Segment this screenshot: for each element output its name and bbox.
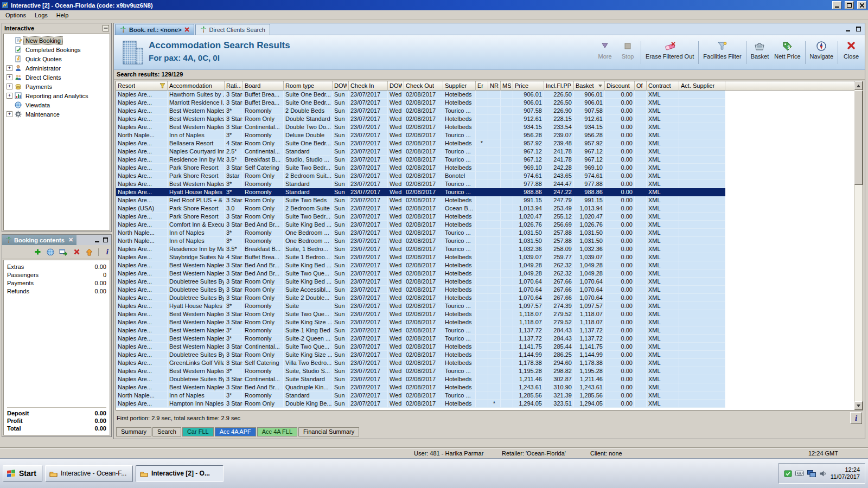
column-header-of[interactable]: Of xyxy=(635,81,647,91)
expand-icon[interactable]: + xyxy=(7,111,12,117)
column-header-dow[interactable]: DOW xyxy=(333,81,349,91)
sort-icon[interactable] xyxy=(598,84,603,88)
taskbar-button-interactive-ocean-f[interactable]: Interactive - Ocean-F... xyxy=(45,465,133,482)
table-row[interactable]: Naples Are...Best Western Naples...3 Sta… xyxy=(116,383,854,391)
sidebar-item-administrator[interactable]: +Administrator xyxy=(4,63,110,73)
booking-item-payments[interactable]: Payments0.00 xyxy=(7,279,106,287)
facilities-filter-button[interactable]: Facilities Filter xyxy=(700,38,744,67)
table-row[interactable]: North Naple...Inn of Naples3*RoomonlyOne… xyxy=(116,229,854,237)
bottom-tab-summary[interactable]: Summary xyxy=(116,427,151,436)
column-header-resort[interactable]: Resort xyxy=(116,81,168,91)
add-button[interactable] xyxy=(34,248,41,256)
header-filter-icon[interactable] xyxy=(159,83,165,88)
bottom-tab-car-fll[interactable]: Car FLL xyxy=(182,427,214,436)
table-row[interactable]: Naples (USA)Park Shore Resort3.0Room Onl… xyxy=(116,204,854,213)
expand-icon[interactable]: + xyxy=(7,84,12,89)
table-row[interactable]: Naples Are...Doubletree Suites By...3 St… xyxy=(116,278,854,286)
vertical-scrollbar[interactable] xyxy=(854,81,863,410)
table-row[interactable]: North Naple...Inn of Naples3*RoomonlySta… xyxy=(116,391,854,400)
tray-display-icon[interactable] xyxy=(807,470,816,477)
column-header-room-type[interactable]: Room type xyxy=(284,81,333,91)
column-header-contract[interactable]: Contract xyxy=(647,81,679,91)
table-row[interactable]: North Naple...Inn of Naples3*RoomonlyDel… xyxy=(116,131,854,139)
tray-lan-icon[interactable] xyxy=(784,470,792,477)
booking-panel-close-button[interactable]: ✕ xyxy=(68,236,73,243)
world-button[interactable] xyxy=(46,248,54,256)
column-header-er[interactable]: Er xyxy=(476,81,488,91)
info-button[interactable]: i xyxy=(104,248,111,256)
close-button[interactable]: Close xyxy=(840,38,863,67)
table-row[interactable]: Naples Are...Residence Inn by Ma...3.5*B… xyxy=(116,156,854,164)
table-row[interactable]: Naples Are...Park Shore Resort3 StarsRoo… xyxy=(116,213,854,221)
table-row[interactable]: Naples Are...Best Western Naples...3*Roo… xyxy=(116,367,854,375)
table-row[interactable]: Naples Are...Best Western Naples...3 Sta… xyxy=(116,318,854,326)
column-header-check-in[interactable]: Check In xyxy=(349,81,388,91)
sidebar-item-new-booking[interactable]: New Booking xyxy=(4,36,110,45)
column-header-price[interactable]: Price xyxy=(513,81,544,91)
booking-item-extras[interactable]: Extras0.00 xyxy=(7,262,106,271)
table-row[interactable]: Naples Are...Staybridge Suites Na...4 St… xyxy=(116,253,854,261)
booking-item-passengers[interactable]: Passengers0 xyxy=(7,271,106,279)
panel-collapse-button[interactable] xyxy=(102,25,109,32)
expand-icon[interactable]: + xyxy=(7,93,12,99)
column-header-dow[interactable]: DOW xyxy=(388,81,404,91)
table-row[interactable]: Naples Are...Park Shore Resort3starRoom … xyxy=(116,172,854,180)
table-row[interactable]: Naples Are...Hawthorn Suites by ...3 Sta… xyxy=(116,91,854,99)
sidebar-item-viewdata[interactable]: Viewdata xyxy=(4,100,110,110)
erase-filtered-out-button[interactable]: Erase Filtered Out xyxy=(643,38,697,67)
minimize-button[interactable] xyxy=(832,1,841,9)
taskbar-button-interactive-2-o[interactable]: Interactive [2] - O... xyxy=(136,465,224,482)
sidebar-item-reporting-and-analytics[interactable]: +Reporting and Analytics xyxy=(4,91,110,100)
info-button[interactable]: i xyxy=(850,412,862,424)
navigate-button[interactable]: Navigate xyxy=(807,38,836,67)
sidebar-item-maintenance[interactable]: +Maintenance xyxy=(4,110,110,119)
table-row[interactable]: Naples Are...Doubletree Suites By...3 St… xyxy=(116,286,854,294)
booking-panel-maximize-button[interactable] xyxy=(102,237,109,243)
table-row[interactable]: Naples Are...Red Roof PLUS + & S...3 Sta… xyxy=(116,196,854,204)
dock-minimize-button[interactable] xyxy=(844,25,852,33)
basket-button[interactable]: Basket xyxy=(748,38,772,67)
column-header-check-out[interactable]: Check Out xyxy=(404,81,443,91)
menu-item-options[interactable]: Options xyxy=(1,11,30,20)
table-row[interactable]: Naples Are...Marriott Residence I...3 St… xyxy=(116,99,854,107)
table-row[interactable]: Naples Are...Best Western Naples...3*Roo… xyxy=(116,335,854,343)
sidebar-item-completed-bookings[interactable]: Completed Bookings xyxy=(4,45,110,54)
close-button[interactable] xyxy=(857,1,866,9)
table-row[interactable]: Naples Are...Best Western Naples...3*Roo… xyxy=(116,180,854,188)
expand-icon[interactable]: + xyxy=(7,74,12,80)
scroll-down-button[interactable] xyxy=(854,401,863,410)
column-header-basket[interactable]: Basket xyxy=(574,81,605,91)
table-row[interactable]: Naples Are...Bellasera Resort4 StarsRoom… xyxy=(116,139,854,147)
more-button[interactable]: More xyxy=(593,38,616,67)
sidebar-item-payments[interactable]: +Payments xyxy=(4,82,110,91)
maximize-button[interactable] xyxy=(845,1,854,9)
tab-close-button[interactable] xyxy=(184,27,189,33)
table-row[interactable]: Naples Are...GreenLinks Golf Villas...3 … xyxy=(116,359,854,367)
expand-icon[interactable]: + xyxy=(7,65,12,71)
start-button[interactable]: Start xyxy=(3,465,42,482)
sidebar-item-direct-clients[interactable]: +Direct Clients xyxy=(4,73,110,82)
tray-keyboard-icon[interactable] xyxy=(795,470,804,477)
column-header-rati[interactable]: Rati... xyxy=(225,81,243,91)
column-header-supplier[interactable]: Supplier xyxy=(443,81,476,91)
table-row[interactable]: Naples Are...Best Western Naples...3*Roo… xyxy=(116,326,854,335)
nett-price-button[interactable]: $Nett Price xyxy=(771,38,803,67)
stop-button[interactable]: Stop xyxy=(616,38,639,67)
table-row[interactable]: Naples Are...Doubletree Suites By...3 St… xyxy=(116,351,854,359)
table-row[interactable]: Naples Are...Best Western Naples...3 Sta… xyxy=(116,115,854,123)
table-row[interactable]: Naples Are...Park Shore Resort3 StarsSel… xyxy=(116,164,854,172)
column-header-act-supplier[interactable]: Act. Supplier xyxy=(679,81,725,91)
table-row[interactable]: North Naple...Inn of Naples3*RoomonlyOne… xyxy=(116,237,854,245)
scroll-thumb[interactable] xyxy=(854,91,863,185)
column-header-board[interactable]: Board xyxy=(243,81,284,91)
table-row[interactable]: Naples Are...Best Western Naples...3 Sta… xyxy=(116,261,854,269)
table-row[interactable]: Naples Are...Residence Inn by Ma...3.5*B… xyxy=(116,245,854,253)
table-row[interactable]: Naples Are...Doubletree Suites By...3 St… xyxy=(116,294,854,302)
menu-item-logs[interactable]: Logs xyxy=(30,11,52,20)
booking-panel-minimize-button[interactable] xyxy=(93,237,100,243)
tab-book-ref-none[interactable]: Book. ref.: <none> xyxy=(115,24,194,35)
bottom-tab-search[interactable]: Search xyxy=(152,427,181,436)
booking-item-refunds[interactable]: Refunds0.00 xyxy=(7,287,106,295)
table-row[interactable]: Naples Are...Naples Courtyard Inn2.5*Con… xyxy=(116,147,854,156)
table-row[interactable]: Naples Are...Hyatt House Naples ...3*Roo… xyxy=(116,302,854,310)
